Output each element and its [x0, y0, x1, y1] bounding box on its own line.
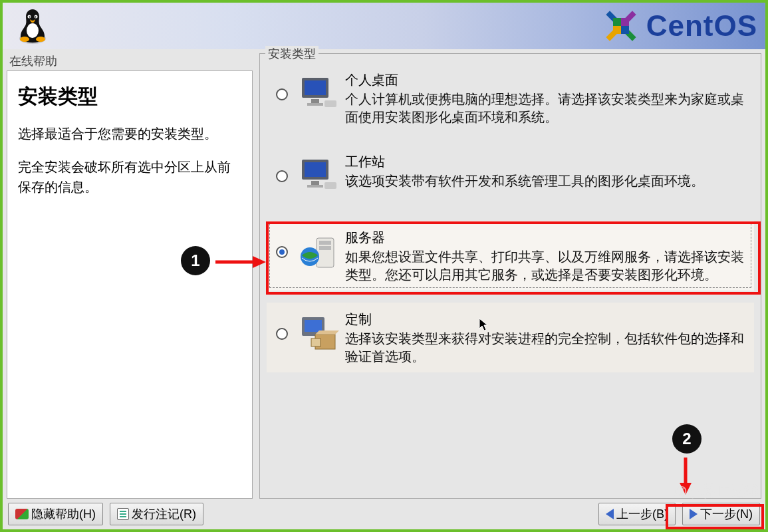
back-button[interactable]: 上一步(B) — [598, 503, 676, 525]
tux-icon — [15, 7, 50, 45]
option-title: 定制 — [345, 311, 749, 329]
desktop-icon — [299, 75, 338, 111]
next-label: 下一步(N) — [700, 506, 753, 522]
callout-2-label: 2 — [682, 430, 691, 448]
svg-rect-15 — [621, 26, 629, 34]
svg-point-4 — [29, 16, 30, 17]
svg-point-6 — [20, 37, 29, 42]
back-label: 上一步(B) — [616, 506, 668, 522]
hide-help-button[interactable]: 隐藏帮助(H) — [8, 503, 103, 525]
help-caption: 在线帮助 — [9, 53, 253, 69]
centos-brand-text: CentOS — [646, 9, 757, 43]
triangle-left-icon — [606, 509, 614, 519]
option-desc: 该选项安装带有软件开发和系统管理工具的图形化桌面环境。 — [345, 172, 749, 190]
document-icon — [117, 508, 129, 520]
svg-rect-18 — [311, 99, 319, 103]
radio-workstation[interactable] — [276, 170, 288, 182]
arrow-right-icon — [214, 254, 267, 270]
svg-rect-17 — [305, 80, 326, 95]
svg-point-1 — [27, 23, 39, 38]
svg-rect-24 — [307, 185, 323, 188]
help-title: 安装类型 — [18, 83, 241, 110]
arrow-down-icon — [678, 456, 694, 496]
centos-logo-icon — [601, 6, 641, 46]
installer-header: CentOS — [3, 3, 765, 49]
help-panel: 在线帮助 安装类型 选择最适合于您需要的安装类型。 完全安装会破坏所有选中分区上… — [7, 53, 253, 499]
install-option-personal[interactable]: 个人桌面 个人计算机或便携电脑的理想选择。请选择该安装类型来为家庭或桌面使用安装… — [267, 63, 754, 133]
release-notes-button[interactable]: 发行注记(R) — [110, 503, 203, 525]
svg-rect-13 — [621, 18, 629, 26]
option-title: 工作站 — [345, 153, 749, 171]
tux-logo-area — [3, 7, 63, 45]
svg-rect-28 — [319, 246, 331, 250]
callout-1-badge: 1 — [181, 246, 210, 275]
hide-help-label: 隐藏帮助(H) — [31, 506, 96, 522]
radio-custom[interactable] — [276, 328, 288, 340]
option-title: 个人桌面 — [345, 71, 749, 89]
desktop-icon — [299, 157, 338, 193]
svg-rect-31 — [305, 320, 322, 332]
svg-point-7 — [36, 37, 45, 42]
help-text-1: 选择最适合于您需要的安装类型。 — [18, 124, 241, 144]
custom-icon — [297, 315, 340, 356]
option-title: 服务器 — [345, 229, 749, 247]
next-button[interactable]: 下一步(N) — [682, 503, 760, 525]
svg-rect-22 — [305, 162, 326, 177]
option-desc: 选择该安装类型来获得对安装进程的完全控制，包括软件包的选择和验证首选项。 — [345, 330, 749, 366]
svg-marker-37 — [680, 483, 692, 495]
install-option-server[interactable]: 服务器 如果您想设置文件共享、打印共享、以及万维网服务，请选择该安装类型。您还可… — [267, 221, 754, 291]
hide-help-icon — [15, 509, 29, 519]
svg-rect-33 — [311, 338, 320, 346]
svg-rect-27 — [319, 241, 331, 245]
svg-rect-20 — [324, 100, 336, 107]
radio-server[interactable] — [276, 246, 288, 258]
triangle-right-icon — [690, 509, 698, 519]
centos-brand: CentOS — [601, 6, 757, 46]
svg-rect-12 — [613, 18, 621, 26]
server-icon — [297, 233, 340, 274]
help-text-2: 完全安装会破坏所有选中分区上从前保存的信息。 — [18, 157, 241, 197]
svg-rect-25 — [324, 182, 336, 189]
radio-personal[interactable] — [276, 88, 288, 100]
svg-marker-35 — [253, 256, 266, 268]
svg-rect-23 — [311, 181, 319, 185]
callout-2-badge: 2 — [672, 424, 702, 454]
cursor-icon — [479, 318, 488, 331]
install-option-custom[interactable]: 定制 选择该安装类型来获得对安装进程的完全控制，包括软件包的选择和验证首选项。 — [267, 303, 754, 372]
svg-point-5 — [35, 16, 36, 17]
install-option-workstation[interactable]: 工作站 该选项安装带有软件开发和系统管理工具的图形化桌面环境。 — [267, 145, 754, 209]
release-notes-label: 发行注记(R) — [132, 506, 196, 522]
wizard-footer: 隐藏帮助(H) 发行注记(R) 上一步(B) 下一步(N) — [3, 499, 765, 529]
svg-rect-19 — [307, 103, 323, 106]
install-caption: 安装类型 — [265, 46, 319, 62]
svg-rect-14 — [613, 26, 621, 34]
callout-1-label: 1 — [191, 251, 199, 270]
option-desc: 个人计算机或便携电脑的理想选择。请选择该安装类型来为家庭或桌面使用安装图形化桌面… — [345, 90, 749, 126]
option-desc: 如果您想设置文件共享、打印共享、以及万维网服务，请选择该安装类型。您还可以启用其… — [345, 248, 749, 284]
